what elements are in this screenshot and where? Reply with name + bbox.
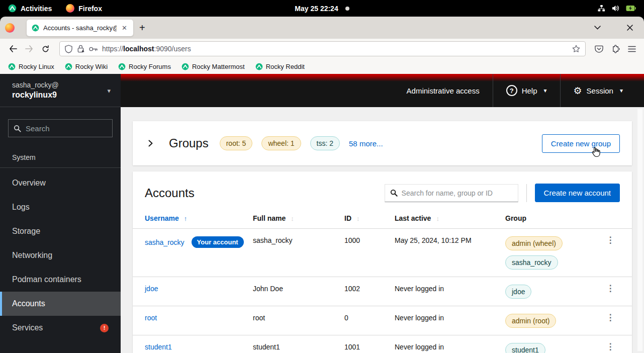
sidebar-item-logs[interactable]: Logs	[0, 195, 121, 219]
host-switcher[interactable]: sasha_rocky@ rockylinux9 ▾	[0, 74, 121, 107]
username-link[interactable]: student1	[145, 343, 172, 351]
create-new-group-button[interactable]: Create new group	[542, 134, 620, 153]
bookmark-item[interactable]: Rocky Mattermost	[181, 63, 245, 70]
sidebar-search-input[interactable]: Search	[8, 119, 113, 137]
extensions-puzzle-icon[interactable]	[611, 45, 620, 53]
sidebar-item-overview[interactable]: Overview	[0, 171, 121, 195]
groups-more-link[interactable]: 58 more...	[349, 139, 383, 148]
group-count-badge[interactable]: tss: 2	[310, 136, 340, 150]
back-icon[interactable]	[6, 42, 20, 56]
group-badge[interactable]: admin (root)	[505, 314, 556, 328]
system-status-area[interactable]	[598, 5, 644, 12]
row-kebab-menu-icon[interactable]: ⋮	[606, 238, 615, 242]
group-count-badge[interactable]: root: 5	[220, 136, 253, 150]
column-header-username[interactable]: Username↑	[133, 211, 253, 229]
sidebar-item-podman-containers[interactable]: Podman containers	[0, 268, 121, 292]
bookmark-item[interactable]: Rocky Linux	[8, 63, 54, 70]
group-badge[interactable]: student1	[505, 343, 545, 353]
row-kebab-menu-icon[interactable]: ⋮	[606, 315, 615, 320]
create-new-account-button[interactable]: Create new account	[535, 184, 620, 202]
account-row-root: rootroot0Never logged inadmin (root)⋮	[133, 306, 632, 335]
search-icon	[14, 125, 21, 132]
key-icon[interactable]	[89, 46, 98, 52]
bookmark-item[interactable]: Rocky Wiki	[65, 63, 108, 70]
tab-favicon-rocky	[32, 24, 39, 32]
search-icon	[390, 189, 398, 197]
firefox-icon	[66, 4, 74, 13]
bookmark-star-icon[interactable]	[572, 45, 580, 53]
firefox-appmenu-button[interactable]: Firefox	[59, 0, 109, 17]
group-badge[interactable]: jdoe	[505, 285, 531, 299]
group-count-badge[interactable]: wheel: 1	[261, 136, 301, 150]
browser-tab[interactable]: Accounts - sasha_rocky@ ✕	[27, 20, 133, 36]
help-icon: ?	[506, 85, 517, 96]
username-link[interactable]: sasha_rocky	[145, 238, 185, 246]
bookmarks-bar: Rocky Linux Rocky Wiki Rocky Forums	[0, 59, 644, 74]
sidebar-item-accounts[interactable]: Accounts	[0, 292, 121, 316]
list-all-tabs-icon[interactable]	[594, 26, 601, 30]
bookmark-label: Rocky Reddit	[266, 63, 305, 70]
rocky-logo-icon	[8, 4, 17, 13]
sortable-icon: ↕	[436, 215, 439, 222]
column-header-id[interactable]: ID↕	[344, 211, 395, 229]
bookmark-item[interactable]: Rocky Reddit	[255, 63, 305, 70]
content-scrollbar[interactable]	[637, 109, 642, 351]
sortable-icon: ↕	[356, 215, 360, 222]
bookmark-label: Rocky Forums	[129, 63, 171, 70]
username-link[interactable]: root	[145, 314, 157, 322]
row-kebab-menu-icon[interactable]: ⋮	[606, 286, 615, 291]
accounts-search-box	[385, 184, 518, 202]
sidebar-section-label: System	[0, 146, 121, 167]
group-badge[interactable]: sasha_rocky	[505, 255, 558, 270]
id-cell: 1000	[344, 229, 395, 277]
sidebar-item-networking[interactable]: Networking	[0, 243, 121, 268]
screen: Activities Firefox May 25 22:24	[0, 0, 644, 353]
last-active-cell: Never logged in	[395, 277, 505, 306]
clock-label: May 25 22:24	[295, 5, 338, 13]
id-cell: 1001	[344, 335, 395, 353]
url-bar[interactable]: https://localhost:9090/users	[59, 41, 586, 56]
volume-icon	[612, 5, 619, 12]
accounts-search-input[interactable]	[402, 189, 513, 197]
help-menu-button[interactable]: ? Help ▾	[493, 74, 560, 107]
username-link[interactable]: jdoe	[145, 285, 158, 293]
full-name-cell: student1	[253, 335, 344, 353]
accounts-card-header: Accounts Create new account	[133, 171, 632, 211]
lock-warning-icon[interactable]	[77, 45, 84, 53]
accounts-card: Accounts Create new account	[133, 171, 632, 353]
accounts-title: Accounts	[145, 186, 195, 200]
sidebar-item-services[interactable]: Services !	[0, 316, 121, 340]
sortable-icon: ↕	[291, 215, 294, 222]
activities-button[interactable]: Activities	[0, 0, 59, 17]
column-header-full-name[interactable]: Full name↕	[253, 211, 344, 229]
group-badge[interactable]: admin (wheel)	[505, 236, 563, 250]
host-caret-down-icon: ▾	[107, 87, 111, 95]
rocky-favicon	[8, 63, 16, 70]
shield-icon[interactable]	[65, 45, 72, 53]
sidebar-item-storage[interactable]: Storage	[0, 219, 121, 243]
rocky-favicon	[118, 63, 126, 70]
id-cell: 1002	[344, 277, 395, 306]
bookmark-label: Rocky Wiki	[75, 63, 108, 70]
session-label: Session	[587, 86, 613, 95]
window-close-icon[interactable]	[627, 25, 633, 31]
forward-icon[interactable]	[22, 42, 36, 56]
pocket-icon[interactable]	[595, 45, 603, 53]
administrative-access-button[interactable]: Administrative access	[394, 74, 493, 107]
tab-close-icon[interactable]: ✕	[121, 24, 128, 32]
session-menu-button[interactable]: ⚙ Session ▾	[561, 74, 644, 107]
toolbar-divider	[526, 184, 527, 202]
new-tab-button[interactable]: +	[133, 22, 151, 34]
bookmark-item[interactable]: Rocky Forums	[118, 63, 171, 70]
reload-icon[interactable]	[38, 42, 52, 56]
groups-expand-chevron-icon[interactable]	[145, 138, 156, 149]
network-wired-icon	[598, 5, 605, 12]
row-kebab-menu-icon[interactable]: ⋮	[606, 344, 615, 349]
firefox-logo-icon[interactable]	[5, 23, 15, 33]
masthead: Administrative access ? Help ▾ ⚙ Session…	[121, 74, 644, 107]
rocky-favicon	[255, 63, 263, 70]
last-active-cell: Never logged in	[395, 306, 505, 335]
column-header-last-active[interactable]: Last active↕	[395, 211, 505, 229]
media-indicator-dot	[345, 7, 349, 11]
hamburger-menu-icon[interactable]	[628, 46, 636, 52]
